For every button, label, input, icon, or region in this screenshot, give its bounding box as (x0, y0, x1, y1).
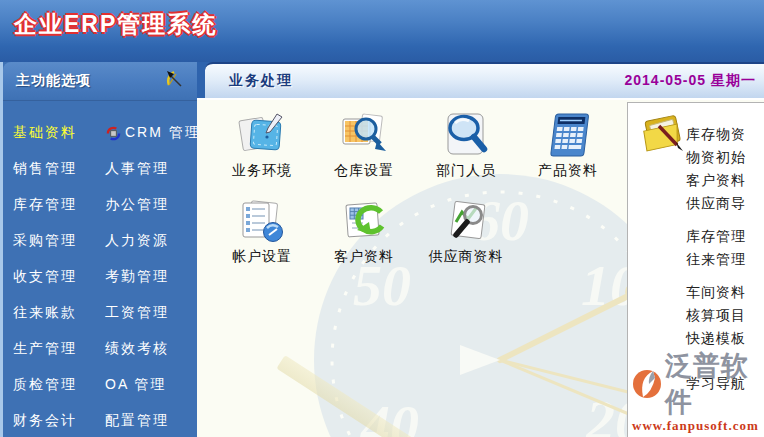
quick-link-express-template[interactable]: 快递模板 (686, 327, 764, 350)
sidebar-item-income-expense[interactable]: 收支管理 (13, 259, 105, 295)
tile-department-staff[interactable]: 部门人员 (415, 106, 517, 180)
chart-magnifier-icon (339, 106, 389, 158)
tile-label: 供应商资料 (429, 248, 504, 266)
fanpu-logo-icon (632, 369, 662, 399)
sidebar-item-attendance[interactable]: 考勤管理 (105, 259, 201, 295)
sidebar-item-inventory[interactable]: 库存管理 (13, 187, 105, 223)
bow-arrow-icon[interactable] (165, 69, 185, 93)
sidebar-item-manpower[interactable]: 人力资源 (105, 223, 201, 259)
quick-panel: 库存物资 物资初始 客户资料 供应商导 库存管理 往来管理 车间资料 核算项目 … (627, 102, 764, 437)
tile-label: 业务环境 (232, 162, 292, 180)
tile-product-data[interactable]: 产品资料 (517, 106, 619, 180)
sidebar-item-salary[interactable]: 工资管理 (105, 295, 201, 331)
sidebar-item-office[interactable]: 办公管理 (105, 187, 201, 223)
tile-row-1: 业务环境 (211, 106, 619, 180)
sidebar-item-quality[interactable]: 质检管理 (13, 367, 105, 403)
sidebar-header: 主功能选项 (3, 62, 197, 101)
tile-label: 客户资料 (334, 248, 394, 266)
vendor-url[interactable]: www.fanpusoft.com (632, 418, 764, 434)
tile-row-2: 帐户设置 (211, 192, 619, 266)
sidebar-item-label: CRM 管理 (125, 124, 201, 142)
crm-sync-icon (105, 125, 122, 142)
people-search-icon (442, 106, 490, 158)
sidebar-item-config[interactable]: 配置管理 (105, 403, 201, 437)
sidebar-header-title: 主功能选项 (16, 72, 91, 90)
vendor-name: 泛普软件 (665, 348, 764, 420)
pencil-watermark (276, 355, 427, 437)
quick-link-group-3: 车间资料 核算项目 快递模板 (686, 281, 764, 350)
main-content: 60 10 20 30 40 50 (197, 98, 764, 437)
sidebar-item-oa[interactable]: OA 管理 (105, 367, 201, 403)
sidebar-item-purchase[interactable]: 采购管理 (13, 223, 105, 259)
quick-link-customer-data[interactable]: 客户资料 (686, 169, 764, 192)
erp-window: 企业ERP管理系统 主功能选项 基础资料 (0, 0, 764, 437)
doc-search-icon (441, 192, 491, 244)
vendor-logo: 泛普软件 www.fanpusoft.com (632, 348, 764, 434)
tile-warehouse-setup[interactable]: 仓库设置 (313, 106, 415, 180)
doc-pencil-icon (237, 106, 287, 158)
tile-label: 帐户设置 (232, 248, 292, 266)
quick-link-inventory-goods[interactable]: 库存物资 (686, 123, 764, 146)
tile-business-env[interactable]: 业务环境 (211, 106, 313, 180)
app-title: 企业ERP管理系统 (14, 9, 217, 40)
quick-link-accounting-items[interactable]: 核算项目 (686, 304, 764, 327)
sidebar-item-crm[interactable]: CRM 管理 (105, 115, 201, 151)
quick-link-supplier-import[interactable]: 供应商导 (686, 192, 764, 215)
tile-label: 部门人员 (436, 162, 496, 180)
date-label: 2014-05-05 星期一 (624, 72, 756, 90)
tile-label: 仓库设置 (334, 162, 394, 180)
quick-link-workshop-data[interactable]: 车间资料 (686, 281, 764, 304)
folder-pen-icon[interactable] (638, 111, 690, 163)
quick-link-inventory-mgmt[interactable]: 库存管理 (686, 225, 764, 248)
quick-link-transactions-mgmt[interactable]: 往来管理 (686, 248, 764, 271)
tile-account-setup[interactable]: 帐户设置 (211, 192, 313, 266)
svg-text:40: 40 (360, 393, 419, 437)
main-header: 业务处理 2014-05-05 星期一 (205, 62, 764, 98)
sidebar-item-accounts[interactable]: 往来账款 (13, 295, 105, 331)
account-list-icon (238, 192, 286, 244)
quick-link-goods-init[interactable]: 物资初始 (686, 146, 764, 169)
sidebar-item-basic-data[interactable]: 基础资料 (13, 115, 105, 151)
quick-link-group-1: 库存物资 物资初始 客户资料 供应商导 (686, 123, 764, 215)
tile-customer-data[interactable]: 客户资料 (313, 192, 415, 266)
sidebar-item-performance[interactable]: 绩效考核 (105, 331, 201, 367)
sidebar: 主功能选项 基础资料 CRM (0, 62, 197, 437)
tile-supplier-data[interactable]: 供应商资料 (415, 192, 517, 266)
sidebar-item-finance[interactable]: 财务会计 (13, 403, 105, 437)
sidebar-item-sales[interactable]: 销售管理 (13, 151, 105, 187)
quick-link-group-2: 库存管理 往来管理 (686, 225, 764, 271)
tile-grid: 业务环境 (211, 106, 619, 278)
sidebar-item-production[interactable]: 生产管理 (13, 331, 105, 367)
calculator-icon (545, 106, 591, 158)
top-banner: 企业ERP管理系统 (0, 0, 764, 62)
sidebar-menu: 基础资料 CRM 管理 销售管理 人事管理 库存管理 办公管理 采购管理 人力资… (3, 101, 197, 437)
doc-refresh-icon (339, 192, 389, 244)
main-panel: 业务处理 2014-05-05 星期一 60 10 20 30 40 50 (197, 62, 764, 437)
tile-label: 产品资料 (538, 162, 598, 180)
sidebar-item-hr[interactable]: 人事管理 (105, 151, 201, 187)
page-title: 业务处理 (229, 72, 293, 90)
